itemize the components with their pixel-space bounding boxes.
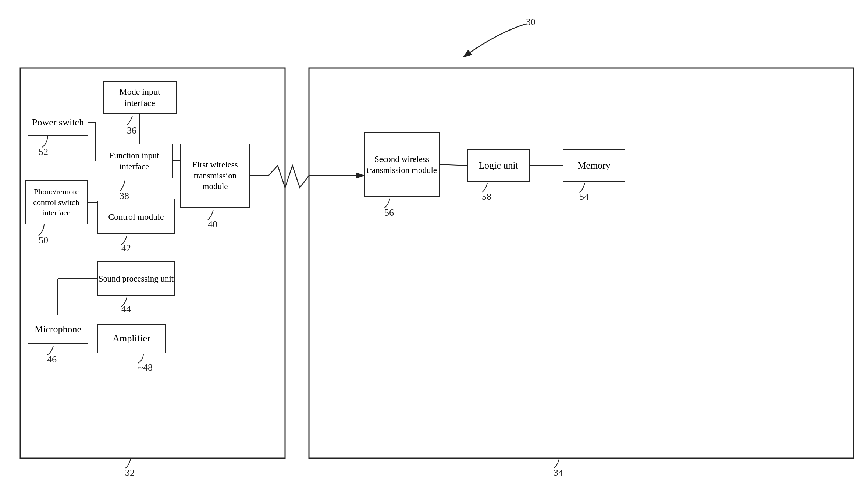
svg-rect-3 (309, 68, 853, 458)
microphone-box: Microphone (28, 315, 88, 344)
amplifier-box: Amplifier (97, 324, 166, 353)
power-switch-box: Power switch (28, 109, 88, 136)
ref-30: 30 (526, 17, 536, 28)
second-wireless-box: Second wireless transmission module (364, 132, 440, 197)
ref-56: 56 (384, 207, 394, 218)
ref-36: 36 (127, 125, 136, 136)
logic-unit-box: Logic unit (467, 149, 530, 182)
first-wireless-box: First wireless transmission module (180, 144, 250, 208)
diagram: 30 (0, 0, 868, 499)
ref-40: 40 (208, 219, 217, 230)
phone-remote-box: Phone/remote control switch interface (25, 180, 88, 224)
ref-38: 38 (120, 191, 129, 202)
memory-box: Memory (563, 149, 625, 182)
function-input-box: Function input interface (96, 144, 173, 178)
ref-44: 44 (121, 304, 131, 315)
svg-line-20 (440, 164, 467, 166)
ref-42: 42 (121, 243, 131, 254)
mode-input-box: Mode input interface (103, 81, 177, 114)
ref-50: 50 (39, 235, 48, 246)
ref-34: 34 (554, 467, 563, 478)
ref-32: 32 (125, 467, 135, 478)
ref-46: 46 (47, 354, 57, 365)
ref-58: 58 (482, 191, 491, 202)
control-module-box: Control module (97, 201, 175, 234)
sound-processing-box: Sound processing unit (97, 261, 175, 296)
ref-52: 52 (39, 146, 48, 158)
ref-54: 54 (579, 191, 589, 202)
ref-48: ~48 (138, 362, 153, 373)
